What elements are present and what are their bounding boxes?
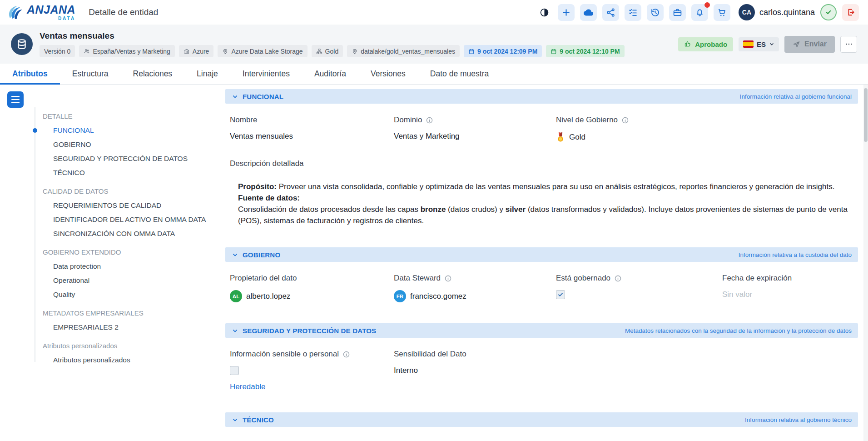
notifications-button[interactable] [691, 4, 708, 21]
field-nivel-value: Gold [569, 133, 585, 142]
nav-item-data-protection[interactable]: Data protection [53, 259, 219, 273]
section-seguridad-body: Información sensible o personal Heredabl… [225, 338, 858, 409]
section-gobierno-body: Propietario del dato AL alberto.lopez Da… [225, 262, 858, 320]
nav-item-sincronizacion-omma[interactable]: SINCRONIZACIÓN CON OMMA DATA [53, 226, 219, 241]
more-options-button[interactable] [840, 36, 857, 53]
entity-info: Ventas mensuales Versión 0 España/Ventas… [40, 31, 625, 57]
field-data-steward: Data Steward FR francisco.gomez [394, 274, 551, 302]
tab-auditoria[interactable]: Auditoría [302, 64, 358, 84]
nav-item-tecnico[interactable]: TÉCNICO [53, 165, 219, 180]
entity-tabs: Atributos Estructura Relaciones Linaje I… [0, 64, 868, 85]
sitemap-icon [316, 48, 322, 55]
info-icon[interactable] [426, 116, 433, 124]
logout-icon [846, 8, 855, 17]
briefcase-button[interactable] [669, 4, 686, 21]
top-header: ANJANA DATA Detalle de entidad [0, 0, 868, 25]
nav-item-quality[interactable]: Quality [53, 287, 219, 301]
language-selector[interactable]: ES [739, 37, 779, 51]
user-avatar: FR [394, 290, 406, 302]
field-esta-gobernado: Está gobernado [556, 274, 718, 302]
logo-sub: DATA [58, 16, 75, 21]
platform-chip: Azure [179, 45, 214, 57]
tab-dato-de-muestra[interactable]: Dato de muestra [418, 64, 501, 84]
cloud-button[interactable] [580, 4, 597, 21]
scrollbar[interactable] [863, 85, 868, 441]
spain-flag-icon [743, 40, 754, 48]
nav-item-atributos-personalizados[interactable]: Atributos personalizados [53, 353, 219, 367]
calendar-icon [468, 48, 475, 55]
section-funcional-header[interactable]: FUNCIONAL Información relativa al gobier… [225, 89, 858, 104]
username: carlos.quintana [759, 8, 815, 17]
section-gobierno: GOBIERNO Información relativa a la custo… [225, 247, 858, 320]
add-button[interactable] [558, 4, 575, 21]
scrollbar-thumb[interactable] [864, 88, 868, 142]
gold-medal-icon [556, 132, 565, 143]
logo-text: ANJANA DATA [27, 4, 75, 21]
task-list-icon [628, 8, 638, 17]
path-chip: datalake/gold_ventas_mensuales [347, 45, 460, 57]
heredable-link[interactable]: Heredable [230, 382, 389, 391]
nav-item-seguridad[interactable]: SEGURIDAD Y PROTECCIÓN DE DATOS [53, 151, 219, 165]
section-tecnico: TÉCNICO Información relativa al gobierno… [225, 412, 858, 427]
nav-item-funcional[interactable]: FUNCIONAL [53, 123, 219, 137]
section-title: SEGURIDAD Y PROTECCIÓN DE DATOS [243, 327, 376, 335]
share-nodes-icon [606, 8, 615, 17]
app-window: ANJANA DATA Detalle de entidad [0, 0, 868, 441]
attribute-nav: DETALLE FUNCIONAL GOBIERNO SEGURIDAD Y P… [0, 105, 219, 367]
contrast-toggle-button[interactable] [537, 5, 552, 20]
nav-item-gobierno[interactable]: GOBIERNO [53, 137, 219, 151]
field-nombre-value: Ventas mensuales [230, 132, 389, 141]
cart-button[interactable] [714, 4, 730, 21]
send-button[interactable]: Enviar [784, 36, 835, 53]
tab-linaje[interactable]: Linaje [184, 64, 230, 84]
user-menu[interactable]: CA carlos.quintana [739, 4, 815, 20]
tab-intervinientes[interactable]: Intervinientes [230, 64, 302, 84]
section-title: GOBIERNO [243, 251, 280, 259]
content-area: DETALLE FUNCIONAL GOBIERNO SEGURIDAD Y P… [0, 85, 868, 441]
chevron-down-icon [769, 41, 774, 47]
chevron-down-icon [232, 251, 238, 258]
anjana-logo-icon [6, 3, 25, 21]
section-hint: Metadatos relacionados con la seguridad … [625, 327, 852, 334]
info-icon[interactable] [614, 275, 622, 282]
info-icon[interactable] [444, 275, 452, 282]
language-code: ES [757, 40, 766, 48]
organization-chip: España/Ventas y Marketing [79, 45, 174, 57]
tasks-button[interactable] [625, 4, 641, 21]
history-button[interactable] [647, 4, 664, 21]
share-button[interactable] [602, 4, 619, 21]
entity-actions: Aprobado ES Enviar [678, 36, 857, 53]
section-tecnico-header[interactable]: TÉCNICO Información relativa al gobierno… [225, 412, 858, 427]
tab-atributos[interactable]: Atributos [0, 64, 60, 84]
gobernado-checkbox[interactable] [556, 290, 565, 299]
topbar-actions: CA carlos.quintana [537, 4, 859, 21]
field-nombre: Nombre Ventas mensuales [230, 115, 389, 143]
users-icon [84, 48, 90, 55]
anjana-logo[interactable]: ANJANA DATA [6, 3, 75, 21]
avatar: CA [739, 4, 755, 20]
pin-icon [222, 48, 228, 55]
thumbs-up-icon [684, 40, 691, 48]
tab-relaciones[interactable]: Relaciones [121, 64, 185, 84]
info-icon[interactable] [621, 116, 629, 124]
history-icon [650, 8, 660, 17]
section-seguridad-header[interactable]: SEGURIDAD Y PROTECCIÓN DE DATOS Metadato… [225, 323, 858, 338]
info-icon[interactable] [342, 351, 350, 358]
logout-button[interactable] [842, 4, 859, 21]
nav-item-empresariales-2[interactable]: EMPRESARIALES 2 [53, 320, 219, 334]
steward-value: francisco.gomez [410, 292, 466, 301]
sensibilidad-value: Interno [394, 366, 551, 375]
attributes-sidebar: DETALLE FUNCIONAL GOBIERNO SEGURIDAD Y P… [0, 85, 219, 441]
tab-estructura[interactable]: Estructura [60, 64, 121, 84]
section-seguridad: SEGURIDAD Y PROTECCIÓN DE DATOS Metadato… [225, 323, 858, 409]
nav-item-requerimientos[interactable]: REQUERIMIENTOS DE CALIDAD [53, 198, 219, 212]
sensible-checkbox[interactable] [230, 366, 239, 375]
tab-versiones[interactable]: Versiones [358, 64, 418, 84]
section-gobierno-header[interactable]: GOBIERNO Información relativa a la custo… [225, 247, 858, 262]
calendar-icon [551, 48, 557, 55]
nav-group-gobierno-extendido: GOBIERNO EXTENDIDO Data protection Opera… [0, 245, 219, 301]
nav-item-operational[interactable]: Operational [53, 273, 219, 287]
nav-item-identificador-omma[interactable]: IDENTIFICADOR DEL ACTIVO EN OMMA DATA [53, 212, 219, 226]
status-badge: Aprobado [678, 37, 733, 51]
cart-icon [717, 8, 727, 17]
